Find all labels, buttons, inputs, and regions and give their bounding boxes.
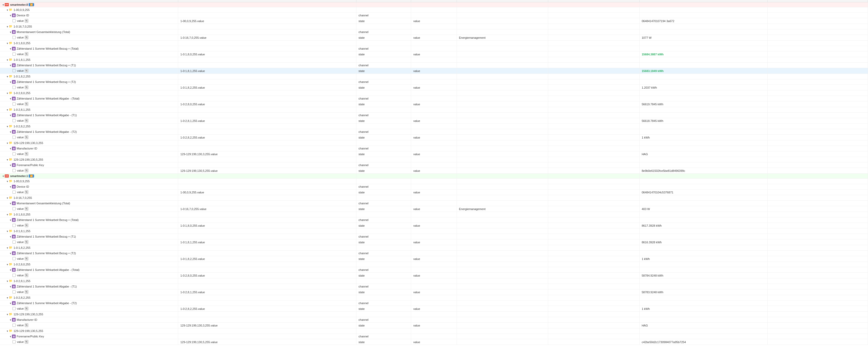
expand-triangle[interactable] [9,64,11,66]
expand-triangle[interactable] [9,252,11,254]
edit-button[interactable]: ✎ [25,69,28,72]
expand-triangle[interactable] [6,247,8,249]
expand-triangle[interactable] [9,131,11,133]
table-row[interactable]: smsmartmeter.1📶 [0,174,868,179]
expand-triangle[interactable] [9,285,11,287]
table-row[interactable]: ▦Zählerstand 1 Summe Wirkarbeit Bezug + … [0,46,868,51]
table-row[interactable]: ▦Forename/Public Keychannel [0,334,868,339]
table-row[interactable]: value✎1-0:2,8,2,255.valuestatevalue1 kWh [0,135,868,140]
table-row[interactable]: value✎1-00,0,9,255.valuestatevalue064841… [0,18,868,24]
table-row[interactable]: ▦Momentanwert Gesamtwirkleistung (Total)… [0,201,868,206]
expand-triangle[interactable] [6,180,8,182]
expand-triangle[interactable] [6,142,8,144]
expand-triangle[interactable] [6,197,8,199]
table-row[interactable]: 📁1-0:1,8,2,255 [0,245,868,251]
table-row[interactable]: 📁1-0:1,8,1,255 [0,229,868,234]
table-row[interactable]: value✎1-0:1,8,1,255.valuestatevalue8616.… [0,239,868,245]
table-row[interactable]: value✎1-0:1,8,0,255.valuestatevalue8617.… [0,223,868,229]
col-header-room[interactable] [457,0,548,2]
table-row[interactable]: value✎1-0:16,7,0,255.valuestatevalueEner… [0,35,868,40]
table-row[interactable]: ▦Momentanwert Gesamtwirkleistung (Total)… [0,29,868,35]
expand-triangle[interactable] [6,59,8,61]
edit-button[interactable]: ✎ [25,119,28,123]
table-row[interactable]: ▦Manufacturer IDchannel [0,146,868,151]
expand-triangle[interactable] [6,280,8,282]
table-row[interactable]: ▦Zählerstand 1 Summe Wirkarbeit Abgabe -… [0,284,868,289]
expand-triangle[interactable] [9,185,11,188]
expand-triangle[interactable] [6,75,8,77]
table-row[interactable]: 📁1-00,0,9,255 [0,179,868,184]
table-row[interactable]: value✎1-0:2,8,1,255.valuestatevalue58783… [0,289,868,295]
expand-triangle[interactable] [9,147,11,149]
expand-triangle[interactable] [9,114,11,116]
table-row[interactable]: value✎1-0:16,7,0,255.valuestatevalueEner… [0,206,868,212]
edit-button[interactable]: ✎ [25,135,28,139]
table-row[interactable]: 📁129-129:199,130,3,255 [0,312,868,317]
expand-triangle[interactable] [6,26,8,28]
table-row[interactable]: value✎1-0:2,8,2,255.valuestatevalue1 kWh [0,306,868,312]
table-row[interactable]: 📁1-0:2,8,0,255 [0,262,868,267]
table-row[interactable]: ▦Device IDchannel [0,184,868,189]
expand-triangle[interactable] [9,219,11,221]
table-row[interactable]: 📁1-00,0,9,255 [0,7,868,13]
expand-triangle[interactable] [9,202,11,204]
table-row[interactable]: ▦Zählerstand 1 Summe Wirkarbeit Abgabe -… [0,267,868,273]
expand-triangle[interactable] [6,92,8,94]
edit-button[interactable]: ✎ [25,323,28,327]
table-row[interactable]: 📁1-0:1,8,0,255 [0,212,868,217]
expand-triangle[interactable] [6,9,8,11]
expand-triangle[interactable] [9,302,11,304]
expand-triangle[interactable] [6,313,8,315]
table-row[interactable]: 📁129-129:199,130,5,255 [0,157,868,163]
expand-triangle[interactable] [9,335,11,338]
expand-triangle[interactable] [9,164,11,166]
table-row[interactable]: smsmartmeter.0📶 [0,2,868,7]
edit-button[interactable]: ✎ [25,290,28,294]
edit-button[interactable]: ✎ [25,19,28,23]
col-header-role[interactable] [411,0,457,2]
expand-triangle[interactable] [9,236,11,238]
table-row[interactable]: 📁1-0:2,8,1,255 [0,107,868,112]
expand-triangle[interactable] [9,269,11,271]
table-row[interactable]: 📁129-129:199,130,3,255 [0,140,868,146]
expand-triangle[interactable] [6,109,8,111]
table-row[interactable]: value✎1-0:2,8,1,255.valuestatevalue56618… [0,118,868,124]
expand-triangle[interactable] [6,297,8,299]
edit-button[interactable]: ✎ [25,340,28,344]
col-header-value[interactable] [640,0,768,2]
table-row[interactable]: ▦Zählerstand 1 Summe Wirkarbeit Abgabe -… [0,129,868,135]
col-header-name[interactable] [0,0,178,2]
expand-triangle[interactable] [2,175,4,177]
expand-triangle[interactable] [6,330,8,332]
table-row[interactable]: value✎1-0:1,8,0,255.valuestatevalue15684… [0,51,868,57]
table-row[interactable]: value✎1-00,0,9,255.valuestatevalue064841… [0,189,868,195]
expand-triangle[interactable] [6,230,8,232]
expand-triangle[interactable] [6,213,8,215]
col-header-id[interactable] [178,0,356,2]
edit-button[interactable]: ✎ [25,52,28,56]
col-header-func[interactable] [548,0,640,2]
table-row[interactable]: 📁1-0:2,8,1,255 [0,278,868,284]
edit-button[interactable]: ✎ [25,152,28,156]
expand-triangle[interactable] [6,159,8,161]
table-row[interactable]: 📁1-0:2,8,0,255 [0,91,868,96]
expand-triangle[interactable] [6,263,8,266]
table-row[interactable]: 📁1-0:1,8,0,255 [0,40,868,46]
expand-triangle[interactable] [2,4,4,6]
table-row[interactable]: 📁1-0:1,8,2,255 [0,74,868,79]
table-row[interactable]: ▦Zählerstand 1 Summe Wirkarbeit Bezug + … [0,234,868,239]
edit-button[interactable]: ✎ [25,257,28,261]
table-row[interactable]: 📁1-0:16,7,0,255 [0,195,868,201]
table-row[interactable]: 📁1-0:16,7,0,255 [0,24,868,29]
edit-button[interactable]: ✎ [25,169,28,172]
table-row[interactable]: ▦Zählerstand 1 Summe Wirkarbeit Abgabe -… [0,112,868,118]
table-row[interactable]: 📁1-0:2,8,2,255 [0,295,868,301]
expand-triangle[interactable] [6,42,8,44]
table-row[interactable]: value✎129-129:199,130,3,255.valuestateva… [0,151,868,157]
table-row[interactable]: value✎129-129:199,130,5,255.valuestateva… [0,339,868,345]
table-row[interactable]: ▦Zählerstand 1 Summe Wirkarbeit Bezug + … [0,217,868,223]
edit-button[interactable]: ✎ [25,190,28,194]
table-row[interactable]: 📁1-0:2,8,2,255 [0,124,868,129]
table-row[interactable]: value✎1-0:2,8,0,255.valuestatevalue56619… [0,101,868,107]
table-row[interactable]: 📁1-0:1,8,1,255 [0,57,868,63]
